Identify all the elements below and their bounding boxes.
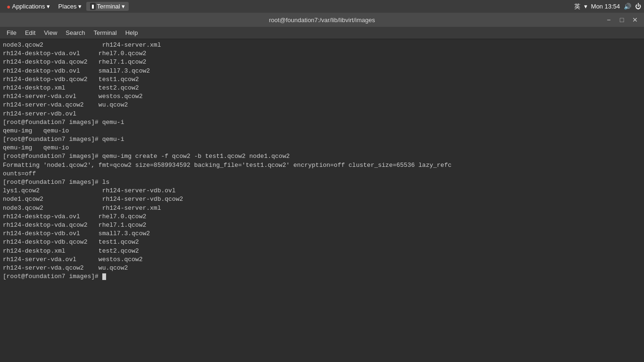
terminal-window: root@foundation7:/var/lib/libvirt/images… xyxy=(0,13,644,362)
terminal-label: Terminal xyxy=(97,3,120,10)
terminal-line: rh124-desktop-vdb.ovl small7.3.qcow2 xyxy=(3,230,641,238)
terminal-icon: ▮ xyxy=(90,3,96,10)
system-bar: ● Applications ▾ Places ▾ ▮ Terminal ▾ 英… xyxy=(0,0,644,13)
terminal-line: rh124-server-vda.qcow2 wu.qcow2 xyxy=(3,101,641,109)
terminal-menu[interactable]: ▮ Terminal ▾ xyxy=(86,2,129,11)
terminal-line: rh124-desktop-vdb.qcow2 test1.qcow2 xyxy=(3,75,641,84)
lang-button[interactable]: 英 xyxy=(574,2,580,11)
terminal-line: node1.qcow2 rh124-server-vdb.qcow2 xyxy=(3,195,641,204)
places-menu[interactable]: Places ▾ xyxy=(55,2,85,11)
terminal-line: rh124-desktop-vda.ovl rhel7.0.qcow2 xyxy=(3,213,641,221)
minimize-button[interactable]: − xyxy=(603,16,614,24)
terminal-line: [root@foundation7 images]# qemu-img crea… xyxy=(3,152,641,161)
terminal-line: rh124-server-vdb.ovl xyxy=(3,110,641,118)
terminal-line: qemu-img qemu-io xyxy=(3,127,641,135)
terminal-line: node3.qcow2 rh124-server.xml xyxy=(3,204,641,213)
terminal-chevron-icon: ▾ xyxy=(122,3,125,10)
terminal-line: rh124-server-vda.qcow2 wu.qcow2 xyxy=(3,264,641,272)
terminal-line: rh124-desktop-vda.qcow2 rhel7.1.qcow2 xyxy=(3,221,641,230)
terminal-content[interactable]: node3.qcow2 rh124-server.xmlrh124-deskto… xyxy=(0,39,644,362)
menu-help[interactable]: Help xyxy=(122,28,142,37)
system-bar-right: 英 ▾ Mon 13:54 🔊 ⏻ xyxy=(574,2,641,11)
terminal-line: rh124-desktop-vda.ovl rhel7.0.qcow2 xyxy=(3,49,641,58)
menu-view[interactable]: View xyxy=(40,28,61,37)
terminal-line: [root@foundation7 images]# qemu-i xyxy=(3,135,641,144)
title-bar: root@foundation7:/var/lib/libvirt/images… xyxy=(0,13,644,27)
close-button[interactable]: ✕ xyxy=(630,16,640,24)
applications-menu[interactable]: ● Applications ▾ xyxy=(3,2,54,11)
menu-bar: File Edit View Search Terminal Help xyxy=(0,27,644,39)
places-label: Places xyxy=(58,3,77,10)
menu-edit[interactable]: Edit xyxy=(21,28,39,37)
lang-chevron-icon: ▾ xyxy=(584,3,587,10)
terminal-line: rh124-desktop-vda.qcow2 rhel7.1.qcow2 xyxy=(3,58,641,66)
terminal-line: rh124-desktop.xml test2.qcow2 xyxy=(3,84,641,92)
menu-file[interactable]: File xyxy=(3,28,20,37)
applications-label: Applications xyxy=(12,3,45,10)
title-bar-controls: − □ ✕ xyxy=(603,16,640,24)
terminal-line: lys1.qcow2 rh124-server-vdb.ovl xyxy=(3,187,641,195)
terminal-line: Formatting 'node1.qcow2', fmt=qcow2 size… xyxy=(3,161,641,170)
terminal-line: ounts=off xyxy=(3,170,641,178)
system-bar-left: ● Applications ▾ Places ▾ ▮ Terminal ▾ xyxy=(3,2,129,11)
places-chevron-icon: ▾ xyxy=(78,3,82,10)
terminal-line: [root@foundation7 images]# qemu-i xyxy=(3,118,641,127)
terminal-line: rh124-desktop.xml test2.qcow2 xyxy=(3,247,641,255)
sound-icon[interactable]: 🔊 xyxy=(624,3,631,10)
window-title: root@foundation7:/var/lib/libvirt/images xyxy=(269,16,375,24)
cursor xyxy=(102,273,106,280)
power-icon[interactable]: ⏻ xyxy=(635,3,641,10)
terminal-line: rh124-server-vda.ovl westos.qcow2 xyxy=(3,255,641,264)
terminal-line: [root@foundation7 images]# ls xyxy=(3,178,641,187)
terminal-line: [root@foundation7 images]# xyxy=(3,272,641,281)
menu-search[interactable]: Search xyxy=(62,28,89,37)
apps-chevron-icon: ▾ xyxy=(47,3,50,10)
terminal-line: rh124-desktop-vdb.qcow2 test1.qcow2 xyxy=(3,238,641,247)
terminal-line: rh124-desktop-vdb.ovl small7.3.qcow2 xyxy=(3,67,641,75)
terminal-line: rh124-server-vda.ovl westos.qcow2 xyxy=(3,92,641,101)
terminal-line: qemu-img qemu-io xyxy=(3,144,641,152)
maximize-button[interactable]: □ xyxy=(617,16,627,24)
menu-terminal[interactable]: Terminal xyxy=(90,28,121,37)
clock-display: Mon 13:54 xyxy=(591,3,620,10)
terminal-line: node3.qcow2 rh124-server.xml xyxy=(3,41,641,49)
